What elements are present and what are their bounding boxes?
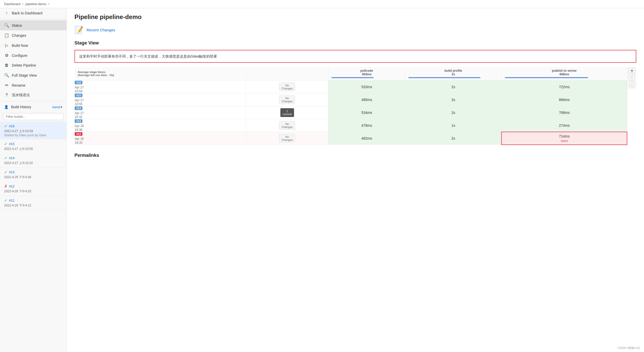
status-fail-icon-12: ✗ <box>4 184 7 189</box>
build-tag-14[interactable]: #14 <box>75 106 82 110</box>
col1-cell-15[interactable]: 495ms <box>328 93 405 106</box>
sidebar-item-pipeline-syntax[interactable]: ? 流水线语法 <box>0 90 67 100</box>
build-list: ✓ #16 2022-4-27 上午10:59 Started by Gitee… <box>0 122 67 210</box>
sidebar-item-delete-pipeline[interactable]: 🗑 Delete Pipeline <box>0 60 67 70</box>
build-item-14[interactable]: ✓ #14 2022-4-27 上午10:32 <box>0 154 67 168</box>
stage-header-col1: pullcode 504ms <box>328 67 405 80</box>
sidebar-label-changes: Changes <box>12 33 26 38</box>
stage-header-col3: publish to server 668ms <box>501 67 627 80</box>
sidebar: ↑ Back to Dashboard 🔍 Status 📋 Changes ▷… <box>0 8 67 352</box>
search-icon: 🔍 <box>4 23 9 28</box>
col2-cell-13[interactable]: 1s <box>405 119 501 132</box>
col3-bar <box>505 77 588 78</box>
build-info-cell-16: #16 Apr 2710:59 <box>75 80 246 93</box>
no-changes-cell-15: NoChanges <box>246 93 328 106</box>
trash-icon: 🗑 <box>4 63 9 68</box>
stage-table: Average stage times: (Average full run t… <box>74 67 627 145</box>
trend-link[interactable]: trend ▾ <box>52 105 62 109</box>
stage-row-12: #12 Apr 2616:33 NoChanges 482ms 2s 714ms… <box>75 132 627 145</box>
build-desc-16: Started by Gitee push by Gitee <box>4 133 62 137</box>
avg-time-label: Average stage times: <box>78 70 243 74</box>
col2-label: build profile <box>408 69 498 73</box>
no-changes-btn-12[interactable]: NoChanges <box>279 134 295 143</box>
scroll-top-btn[interactable]: ⇈ <box>629 68 635 74</box>
sidebar-item-rename[interactable]: ✏ Rename <box>0 80 67 90</box>
no-changes-btn-15[interactable]: NoChanges <box>279 95 295 104</box>
build-date-14: Apr 2710:32 <box>75 111 84 119</box>
no-changes-cell-12: NoChanges <box>246 132 328 145</box>
build-date-15: 2022-4-27 上午10:55 <box>4 147 62 151</box>
build-item-11[interactable]: ✓ #11 2022-4-26 下午4:12 <box>0 196 67 210</box>
main-content: Pipeline pipeline-demo 📝 Recent Changes … <box>67 8 644 352</box>
recent-changes-section: 📝 Recent Changes <box>74 26 636 34</box>
failed-label-12: failed <box>502 139 627 142</box>
scroll-up-btn[interactable]: ↑ <box>629 75 635 81</box>
status-ok-icon-14: ✓ <box>4 156 7 160</box>
build-item-16[interactable]: ✓ #16 2022-4-27 上午10:59 Started by Gitee… <box>0 122 67 139</box>
sidebar-back[interactable]: ↑ Back to Dashboard <box>0 8 67 18</box>
col1-cell-16[interactable]: 533ms <box>328 80 405 93</box>
fullstage-icon: 🔍 <box>4 73 9 78</box>
build-date-13: 2022-4-26 下午4:36 <box>4 175 62 179</box>
no-changes-btn-13[interactable]: NoChanges <box>279 121 295 130</box>
scroll-down-btn[interactable]: ↓ <box>629 82 635 87</box>
breadcrumb-dashboard[interactable]: Dashboard <box>4 2 21 6</box>
sidebar-item-full-stage-view[interactable]: 🔍 Full Stage View <box>0 70 67 80</box>
stage-row-13: #13 Apr 2616:36 NoChanges 478ms 1s 274ms <box>75 119 627 132</box>
sidebar-label-rename: Rename <box>12 83 25 87</box>
no-changes-btn-16[interactable]: NoChanges <box>279 83 295 91</box>
col3-cell-15[interactable]: 866ms <box>501 93 627 106</box>
build-num-16: #16 <box>9 124 15 128</box>
stage-header-row: Average stage times: (Average full run t… <box>75 67 627 80</box>
build-item-12[interactable]: ✗ #12 2022-4-26 下午4:33 <box>0 182 67 196</box>
build-history-header: 👤 Build History trend ▾ <box>0 102 67 112</box>
trend-label: trend <box>52 105 60 109</box>
filter-input[interactable] <box>3 113 63 120</box>
build-tag-12[interactable]: #12 <box>75 132 82 136</box>
commit-btn-14[interactable]: 1commit <box>280 108 294 117</box>
col2-cell-14[interactable]: 2s <box>405 106 501 119</box>
arrow-up-icon: ↑ <box>4 11 9 15</box>
filter-wrap <box>0 112 67 122</box>
build-num-15: #15 <box>9 142 15 146</box>
stage-header-buildinfo: Average stage times: (Average full run t… <box>75 67 246 80</box>
sidebar-label-build-now: Build Now <box>12 43 28 48</box>
col3-cell-16[interactable]: 722ms <box>501 80 627 93</box>
col1-cell-12[interactable]: 482ms <box>328 132 405 145</box>
sidebar-label-status: Status <box>12 23 22 28</box>
build-tag-15[interactable]: #15 <box>75 94 82 97</box>
sidebar-item-status[interactable]: 🔍 Status <box>0 20 67 30</box>
status-ok-icon-16: ✓ <box>4 124 7 129</box>
build-item-13[interactable]: ✓ #13 2022-4-26 下午4:36 <box>0 168 67 182</box>
col3-cell-13[interactable]: 274ms <box>501 119 627 132</box>
no-changes-cell-13: NoChanges <box>246 119 328 132</box>
sidebar-item-configure[interactable]: ⚙ Configure <box>0 50 67 60</box>
col3-cell-12[interactable]: 714ms failed <box>501 132 627 145</box>
col2-cell-12[interactable]: 2s <box>405 132 501 145</box>
col1-cell-13[interactable]: 478ms <box>328 119 405 132</box>
col2-cell-15[interactable]: 2s <box>405 93 501 106</box>
col1-cell-14[interactable]: 534ms <box>328 106 405 119</box>
build-num-14: #14 <box>9 156 15 160</box>
recent-changes-icon: 📝 <box>74 26 83 34</box>
no-changes-cell-16: NoChanges <box>246 80 328 93</box>
col3-time: 668ms <box>505 73 624 76</box>
build-num-12: #12 <box>9 184 15 188</box>
sidebar-divider-1 <box>0 19 67 19</box>
col3-cell-14[interactable]: 768ms <box>501 106 627 119</box>
sidebar-item-changes[interactable]: 📋 Changes <box>0 30 67 40</box>
sidebar-label-syntax: 流水线语法 <box>12 93 30 97</box>
build-date-12: Apr 2616:33 <box>75 137 84 145</box>
col2-cell-16[interactable]: 2s <box>405 80 501 93</box>
build-tag-16[interactable]: #16 <box>75 81 82 84</box>
recent-changes-link[interactable]: Recent Changes <box>87 28 115 32</box>
no-changes-cell-14: 1commit <box>246 106 328 119</box>
scroll-buttons: ⇈ ↑ ↓ <box>627 67 636 89</box>
build-date-12: 2022-4-26 下午4:33 <box>4 189 62 194</box>
col1-time: 504ms <box>332 73 402 76</box>
build-item-15[interactable]: ✓ #15 2022-4-27 上午10:55 <box>0 139 67 154</box>
breadcrumb-pipeline[interactable]: pipeline-demo <box>25 2 46 6</box>
sidebar-item-build-now[interactable]: ▷ Build Now <box>0 40 67 50</box>
stage-view-container: Average stage times: (Average full run t… <box>74 67 636 145</box>
build-tag-13[interactable]: #13 <box>75 119 82 123</box>
